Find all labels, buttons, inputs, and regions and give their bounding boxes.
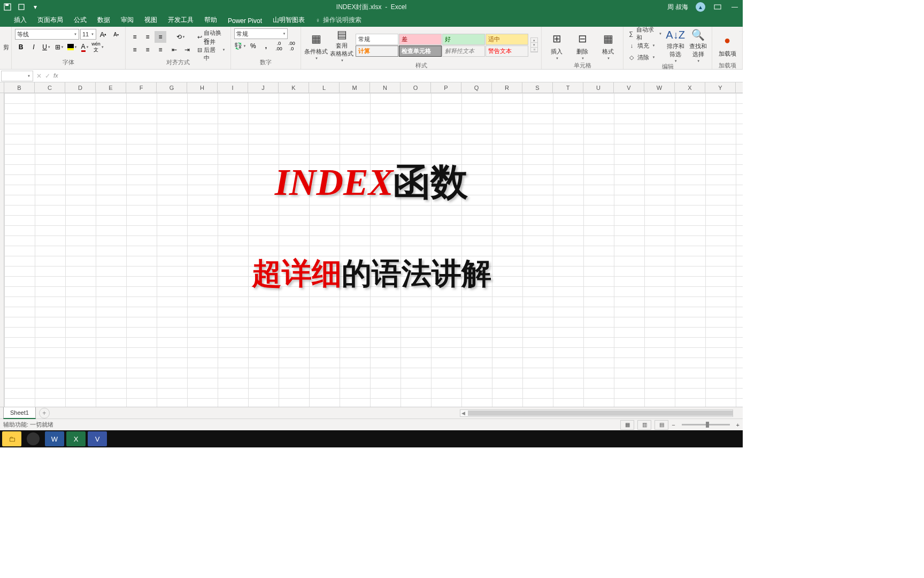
tab-insert[interactable]: 插入	[9, 13, 32, 27]
page-break-view-icon[interactable]: ▤	[654, 420, 668, 430]
underline-button[interactable]: U▼	[41, 41, 52, 53]
tab-powerpivot[interactable]: Power Pivot	[222, 15, 267, 27]
col-header[interactable]: L	[309, 82, 340, 93]
excel-icon[interactable]: X	[66, 431, 86, 446]
enter-formula-icon[interactable]: ✓	[45, 72, 50, 80]
comma-format-icon[interactable]: ,	[260, 40, 272, 52]
conditional-format-button[interactable]: ▦ 条件格式▼	[304, 28, 328, 62]
col-header[interactable]: Y	[705, 82, 736, 93]
col-header[interactable]: S	[522, 82, 553, 93]
page-layout-view-icon[interactable]: ▥	[637, 420, 651, 430]
scroll-left-icon[interactable]: ◀	[460, 410, 467, 416]
formula-input[interactable]	[61, 71, 743, 81]
ribbon-options-icon[interactable]	[713, 4, 722, 10]
row-headers-stub[interactable]	[0, 93, 4, 407]
percent-format-icon[interactable]: %	[247, 40, 259, 52]
font-color-button[interactable]: A▼	[79, 41, 91, 53]
font-size-combo[interactable]: 11▼	[80, 29, 96, 40]
col-header[interactable]: O	[401, 82, 431, 93]
bold-button[interactable]: B	[15, 41, 27, 53]
zoom-slider[interactable]	[682, 424, 730, 425]
col-header[interactable]: U	[583, 82, 614, 93]
decrease-indent-icon[interactable]: ⇤	[168, 44, 180, 56]
col-header[interactable]: N	[370, 82, 401, 93]
increase-font-icon[interactable]: A▴	[97, 28, 109, 40]
add-sheet-button[interactable]: +	[39, 408, 50, 419]
merge-center-button[interactable]: ⊟合并后居中▼	[195, 44, 227, 56]
col-header[interactable]: D	[65, 82, 96, 93]
file-explorer-icon[interactable]: 🗀	[2, 431, 21, 446]
worksheet-grid[interactable]: B C D E F G H I J K L M N O P Q R S T U …	[0, 82, 743, 407]
zoom-in-icon[interactable]: +	[736, 422, 740, 428]
col-header[interactable]: P	[431, 82, 461, 93]
clear-button[interactable]: ◇清除▼	[627, 52, 656, 63]
style-bad[interactable]: 差	[399, 34, 442, 45]
col-header[interactable]: M	[340, 82, 370, 93]
fill-button[interactable]: ↓填充▼	[627, 40, 656, 51]
zoom-out-icon[interactable]: −	[672, 422, 675, 428]
style-normal[interactable]: 常规	[356, 34, 398, 45]
save-icon[interactable]	[3, 3, 12, 11]
tab-page-layout[interactable]: 页面布局	[32, 13, 68, 27]
tab-formulas[interactable]: 公式	[68, 13, 92, 27]
tab-data[interactable]: 数据	[92, 13, 116, 27]
font-name-combo[interactable]: 等线▼	[15, 29, 79, 40]
word-icon[interactable]: W	[45, 431, 64, 446]
border-button[interactable]: ⊞▼	[53, 41, 65, 53]
qat-icon-2[interactable]	[17, 3, 26, 11]
number-format-combo[interactable]: 常规▼	[234, 28, 288, 39]
horizontal-scrollbar[interactable]: ◀	[460, 409, 733, 417]
fill-color-button[interactable]: ▼	[66, 41, 78, 53]
col-header[interactable]: H	[187, 82, 218, 93]
user-name[interactable]: 周 叔海	[667, 3, 688, 12]
normal-view-icon[interactable]: ▦	[620, 420, 634, 430]
decrease-font-icon[interactable]: A▾	[110, 28, 122, 40]
col-header[interactable]: G	[157, 82, 187, 93]
name-box[interactable]: ▼	[1, 71, 33, 81]
increase-decimal-icon[interactable]: .0.00	[273, 40, 284, 52]
sheet-tab-active[interactable]: Sheet1	[3, 407, 36, 419]
increase-indent-icon[interactable]: ⇥	[181, 44, 193, 56]
scroll-thumb[interactable]	[468, 410, 733, 416]
tab-help[interactable]: 帮助	[199, 13, 222, 27]
decrease-decimal-icon[interactable]: .00.0	[286, 40, 297, 52]
user-avatar-icon[interactable]: ▲	[696, 2, 705, 12]
col-header[interactable]: C	[35, 82, 65, 93]
align-center-icon[interactable]: ≡	[142, 44, 153, 56]
tell-me-search[interactable]: ♀ 操作说明搜索	[310, 13, 367, 27]
cell-styles-gallery[interactable]: 常规 差 好 适中 计算 检查单元格 解释性文本 警告文本	[356, 34, 528, 57]
insert-cells-button[interactable]: ⊞插入▼	[545, 28, 568, 62]
align-right-icon[interactable]: ≡	[155, 44, 166, 56]
col-header[interactable]: B	[4, 82, 35, 93]
format-as-table-button[interactable]: ▤ 套用 表格格式▼	[330, 28, 353, 62]
align-left-icon[interactable]: ≡	[129, 44, 141, 56]
style-neutral[interactable]: 适中	[486, 34, 528, 45]
col-header[interactable]: W	[644, 82, 675, 93]
style-warning[interactable]: 警告文本	[486, 45, 528, 57]
tab-developer[interactable]: 开发工具	[163, 13, 199, 27]
col-header[interactable]: X	[675, 82, 705, 93]
col-header[interactable]: Q	[461, 82, 492, 93]
col-header[interactable]: F	[126, 82, 157, 93]
col-header[interactable]: V	[614, 82, 644, 93]
cancel-formula-icon[interactable]: ✕	[36, 72, 42, 80]
clipboard-label[interactable]: 剪	[3, 43, 9, 51]
fx-icon[interactable]: fx	[53, 72, 58, 80]
style-good[interactable]: 好	[442, 34, 485, 45]
col-header[interactable]: K	[279, 82, 309, 93]
qat-dropdown-icon[interactable]: ▾	[31, 3, 40, 11]
tab-review[interactable]: 审阅	[116, 13, 139, 27]
col-header[interactable]: I	[218, 82, 248, 93]
italic-button[interactable]: I	[28, 41, 40, 53]
delete-cells-button[interactable]: ⊟删除▼	[571, 28, 594, 62]
browser-icon[interactable]	[24, 431, 43, 446]
accounting-format-icon[interactable]: 💱▼	[234, 40, 246, 52]
col-header[interactable]: T	[553, 82, 583, 93]
addins-button[interactable]: ●加载项	[715, 28, 739, 62]
orientation-icon[interactable]: ⟲▼	[175, 31, 187, 43]
tab-view[interactable]: 视图	[139, 13, 163, 27]
align-bottom-icon[interactable]: ≡	[155, 31, 166, 43]
tab-addon-chart[interactable]: 山明智图表	[267, 13, 310, 27]
find-select-button[interactable]: 🔍查找和选择▼	[688, 29, 709, 62]
sort-filter-button[interactable]: A↓Z排序和筛选▼	[665, 29, 686, 62]
